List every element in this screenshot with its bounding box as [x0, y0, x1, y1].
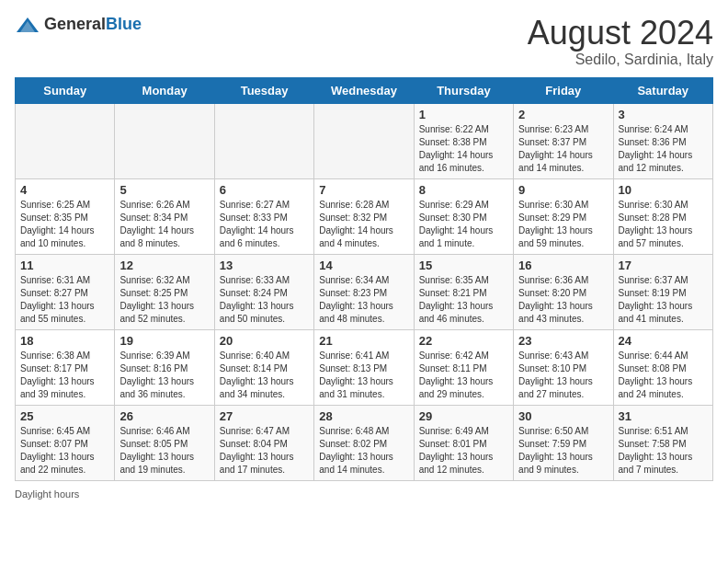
day-info: Sunrise: 6:33 AM Sunset: 8:24 PM Dayligh…	[220, 274, 309, 326]
day-info: Sunrise: 6:51 AM Sunset: 7:58 PM Dayligh…	[619, 425, 708, 477]
title-block: August 2024 Sedilo, Sardinia, Italy	[528, 15, 713, 68]
calendar-cell: 13Sunrise: 6:33 AM Sunset: 8:24 PM Dayli…	[214, 254, 313, 329]
calendar-cell: 29Sunrise: 6:49 AM Sunset: 8:01 PM Dayli…	[414, 405, 513, 480]
day-info: Sunrise: 6:23 AM Sunset: 8:37 PM Dayligh…	[518, 123, 608, 175]
calendar-cell: 14Sunrise: 6:34 AM Sunset: 8:23 PM Dayli…	[314, 254, 414, 329]
calendar-week-5: 25Sunrise: 6:45 AM Sunset: 8:07 PM Dayli…	[16, 405, 713, 480]
day-number: 13	[220, 259, 309, 272]
calendar-cell: 11Sunrise: 6:31 AM Sunset: 8:27 PM Dayli…	[16, 254, 115, 329]
calendar-cell: 12Sunrise: 6:32 AM Sunset: 8:25 PM Dayli…	[115, 254, 214, 329]
calendar-week-4: 18Sunrise: 6:38 AM Sunset: 8:17 PM Dayli…	[16, 329, 713, 405]
calendar-week-2: 4Sunrise: 6:25 AM Sunset: 8:35 PM Daylig…	[16, 178, 713, 254]
calendar-cell: 20Sunrise: 6:40 AM Sunset: 8:14 PM Dayli…	[214, 329, 313, 405]
calendar-cell: 8Sunrise: 6:29 AM Sunset: 8:30 PM Daylig…	[414, 178, 513, 254]
day-info: Sunrise: 6:25 AM Sunset: 8:35 PM Dayligh…	[20, 199, 109, 250]
weekday-header-sunday: Sunday	[16, 77, 115, 103]
logo: GeneralBlue	[15, 15, 142, 34]
day-info: Sunrise: 6:39 AM Sunset: 8:16 PM Dayligh…	[119, 350, 209, 401]
day-info: Sunrise: 6:30 AM Sunset: 8:29 PM Dayligh…	[518, 199, 608, 250]
day-number: 29	[419, 409, 508, 423]
day-info: Sunrise: 6:41 AM Sunset: 8:13 PM Dayligh…	[319, 350, 408, 401]
calendar-cell: 21Sunrise: 6:41 AM Sunset: 8:13 PM Dayli…	[314, 329, 414, 405]
calendar-cell: 25Sunrise: 6:45 AM Sunset: 8:07 PM Dayli…	[16, 405, 115, 480]
calendar-cell: 15Sunrise: 6:35 AM Sunset: 8:21 PM Dayli…	[414, 254, 513, 329]
day-number: 15	[419, 259, 508, 272]
day-number: 18	[20, 334, 109, 348]
day-number: 12	[119, 259, 209, 272]
calendar-cell: 4Sunrise: 6:25 AM Sunset: 8:35 PM Daylig…	[16, 178, 115, 254]
day-info: Sunrise: 6:32 AM Sunset: 8:25 PM Dayligh…	[119, 274, 209, 326]
calendar-cell: 27Sunrise: 6:47 AM Sunset: 8:04 PM Dayli…	[214, 405, 313, 480]
day-info: Sunrise: 6:27 AM Sunset: 8:33 PM Dayligh…	[220, 199, 309, 250]
logo-general: General	[44, 15, 106, 33]
weekday-header-wednesday: Wednesday	[314, 77, 414, 103]
day-number: 26	[119, 409, 209, 423]
calendar-cell	[314, 103, 414, 178]
calendar-cell: 26Sunrise: 6:46 AM Sunset: 8:05 PM Dayli…	[115, 405, 214, 480]
day-number: 5	[119, 183, 209, 197]
day-number: 8	[419, 183, 508, 197]
weekday-header-friday: Friday	[514, 77, 613, 103]
day-number: 3	[619, 108, 708, 121]
calendar-cell: 19Sunrise: 6:39 AM Sunset: 8:16 PM Dayli…	[115, 329, 214, 405]
calendar-cell: 1Sunrise: 6:22 AM Sunset: 8:38 PM Daylig…	[414, 103, 513, 178]
logo-blue: Blue	[106, 15, 142, 33]
calendar-cell: 2Sunrise: 6:23 AM Sunset: 8:37 PM Daylig…	[514, 103, 613, 178]
calendar-cell: 5Sunrise: 6:26 AM Sunset: 8:34 PM Daylig…	[115, 178, 214, 254]
day-info: Sunrise: 6:48 AM Sunset: 8:02 PM Dayligh…	[319, 425, 408, 477]
day-number: 17	[619, 259, 708, 272]
day-number: 21	[319, 334, 408, 348]
day-number: 4	[20, 183, 109, 197]
calendar-cell: 16Sunrise: 6:36 AM Sunset: 8:20 PM Dayli…	[514, 254, 613, 329]
page-header: GeneralBlue August 2024 Sedilo, Sardinia…	[15, 15, 713, 68]
day-number: 10	[619, 183, 708, 197]
calendar-location: Sedilo, Sardinia, Italy	[528, 52, 713, 68]
calendar-cell	[16, 103, 115, 178]
day-number: 27	[220, 409, 309, 423]
calendar-cell: 24Sunrise: 6:44 AM Sunset: 8:08 PM Dayli…	[613, 329, 712, 405]
day-info: Sunrise: 6:30 AM Sunset: 8:28 PM Dayligh…	[619, 199, 708, 250]
calendar-cell: 7Sunrise: 6:28 AM Sunset: 8:32 PM Daylig…	[314, 178, 414, 254]
calendar-cell: 18Sunrise: 6:38 AM Sunset: 8:17 PM Dayli…	[16, 329, 115, 405]
day-number: 14	[319, 259, 408, 272]
calendar-cell: 28Sunrise: 6:48 AM Sunset: 8:02 PM Dayli…	[314, 405, 414, 480]
day-number: 11	[20, 259, 109, 272]
calendar-cell	[115, 103, 214, 178]
day-info: Sunrise: 6:50 AM Sunset: 7:59 PM Dayligh…	[518, 425, 608, 477]
calendar-cell: 17Sunrise: 6:37 AM Sunset: 8:19 PM Dayli…	[613, 254, 712, 329]
day-number: 25	[20, 409, 109, 423]
day-info: Sunrise: 6:42 AM Sunset: 8:11 PM Dayligh…	[419, 350, 508, 401]
day-info: Sunrise: 6:44 AM Sunset: 8:08 PM Dayligh…	[619, 350, 708, 401]
day-number: 23	[518, 334, 608, 348]
day-info: Sunrise: 6:29 AM Sunset: 8:30 PM Dayligh…	[419, 199, 508, 250]
day-number: 20	[220, 334, 309, 348]
day-info: Sunrise: 6:40 AM Sunset: 8:14 PM Dayligh…	[220, 350, 309, 401]
weekday-header-monday: Monday	[115, 77, 214, 103]
day-number: 9	[518, 183, 608, 197]
calendar-week-3: 11Sunrise: 6:31 AM Sunset: 8:27 PM Dayli…	[16, 254, 713, 329]
day-info: Sunrise: 6:36 AM Sunset: 8:20 PM Dayligh…	[518, 274, 608, 326]
day-number: 31	[619, 409, 708, 423]
logo-text: GeneralBlue	[44, 15, 142, 34]
calendar-cell: 9Sunrise: 6:30 AM Sunset: 8:29 PM Daylig…	[514, 178, 613, 254]
day-number: 1	[419, 108, 508, 121]
day-number: 28	[319, 409, 408, 423]
calendar-cell	[214, 103, 313, 178]
day-number: 22	[419, 334, 508, 348]
day-number: 16	[518, 259, 608, 272]
day-info: Sunrise: 6:26 AM Sunset: 8:34 PM Dayligh…	[119, 199, 209, 250]
day-number: 2	[518, 108, 608, 121]
day-info: Sunrise: 6:24 AM Sunset: 8:36 PM Dayligh…	[619, 123, 708, 175]
footer-note: Daylight hours	[15, 488, 713, 500]
day-number: 7	[319, 183, 408, 197]
day-info: Sunrise: 6:37 AM Sunset: 8:19 PM Dayligh…	[619, 274, 708, 326]
calendar-cell: 10Sunrise: 6:30 AM Sunset: 8:28 PM Dayli…	[613, 178, 712, 254]
day-info: Sunrise: 6:28 AM Sunset: 8:32 PM Dayligh…	[319, 199, 408, 250]
day-info: Sunrise: 6:35 AM Sunset: 8:21 PM Dayligh…	[419, 274, 508, 326]
day-number: 24	[619, 334, 708, 348]
day-info: Sunrise: 6:45 AM Sunset: 8:07 PM Dayligh…	[20, 425, 109, 477]
logo-icon	[15, 16, 40, 34]
weekday-header-row: SundayMondayTuesdayWednesdayThursdayFrid…	[16, 77, 713, 103]
day-number: 19	[119, 334, 209, 348]
day-info: Sunrise: 6:46 AM Sunset: 8:05 PM Dayligh…	[119, 425, 209, 477]
